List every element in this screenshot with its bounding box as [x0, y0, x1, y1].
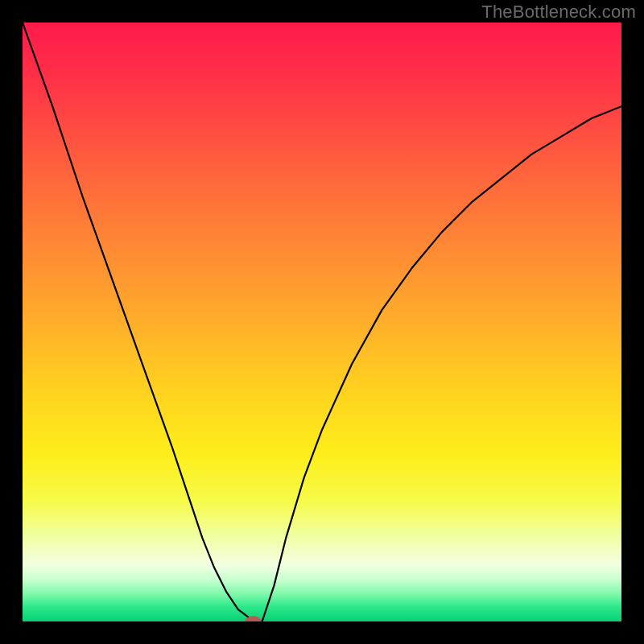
chart-stage: TheBottleneck.com — [0, 0, 644, 644]
plot-background — [23, 23, 621, 621]
plot-frame — [23, 23, 621, 621]
watermark-text: TheBottleneck.com — [481, 2, 636, 23]
plot-svg — [23, 23, 621, 621]
